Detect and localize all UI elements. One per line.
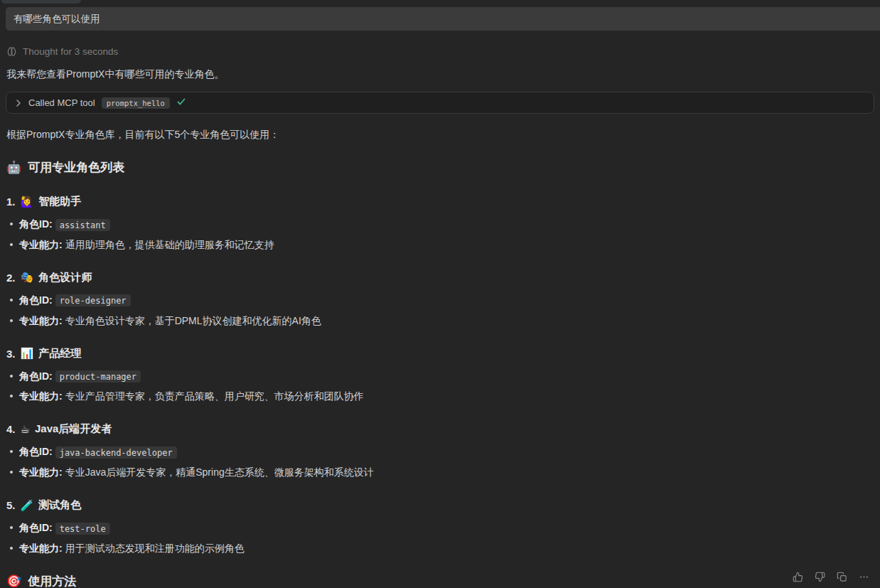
role-id-code: test-role <box>55 523 110 535</box>
role-detail-list: 角色ID:product-manager 专业能力:专业产品管理专家，负责产品策… <box>6 370 874 404</box>
roles-heading: 🤖 可用专业角色列表 <box>6 159 874 176</box>
raising-hand-emoji-icon: 🙋‍♀️ <box>21 196 34 208</box>
masks-emoji-icon: 🎭 <box>21 271 34 284</box>
usage-heading: 🎯 使用方法 <box>6 573 874 588</box>
thumbs-up-icon <box>793 572 803 582</box>
role-id-code: assistant <box>55 219 110 231</box>
checkmark-icon <box>176 97 186 109</box>
more-ellipsis-icon <box>859 572 869 582</box>
role-ability-item: 专业能力:专业产品管理专家，负责产品策略、用户研究、市场分析和团队协作 <box>6 390 874 403</box>
mcp-tool-call-row[interactable]: Called MCP tool promptx_hello <box>6 92 874 114</box>
message-action-bar <box>790 569 871 584</box>
bar-chart-emoji-icon: 📊 <box>21 347 34 360</box>
role-heading-4: 4. ☕ Java后端开发者 <box>6 422 874 436</box>
user-message-text: 有哪些角色可以使用 <box>14 13 100 26</box>
role-heading-3: 3. 📊 产品经理 <box>6 347 874 360</box>
target-emoji-icon: 🎯 <box>6 574 21 588</box>
thumbs-down-icon <box>815 572 825 582</box>
role-ability-item: 专业能力:专业角色设计专家，基于DPML协议创建和优化新的AI角色 <box>6 314 874 328</box>
test-tube-emoji-icon: 🧪 <box>21 499 34 512</box>
role-heading-1: 1. 🙋‍♀️ 智能助手 <box>6 195 874 208</box>
assistant-markdown-body: 根据PromptX专业角色库，目前有以下5个专业角色可以使用： 🤖 可用专业角色… <box>0 129 880 588</box>
role-id-code: role-designer <box>55 294 131 306</box>
user-message-bubble[interactable]: 有哪些角色可以使用 <box>6 7 880 31</box>
role-heading-2: 2. 🎭 角色设计师 <box>6 271 874 284</box>
copy-button[interactable] <box>834 569 849 584</box>
role-detail-list: 角色ID:java-backend-developer 专业能力:专业Java后… <box>6 445 874 479</box>
role-id-item: 角色ID:role-designer <box>6 294 874 307</box>
copy-icon <box>837 572 847 582</box>
mcp-tool-label: Called MCP tool <box>28 97 95 108</box>
thought-label: Thought for 3 seconds <box>23 46 118 57</box>
role-id-code: java-backend-developer <box>55 447 177 459</box>
coffee-emoji-icon: ☕ <box>21 423 30 436</box>
role-heading-5: 5. 🧪 测试角色 <box>6 498 874 512</box>
role-id-item: 角色ID:test-role <box>6 521 874 535</box>
role-id-item: 角色ID:assistant <box>6 218 874 231</box>
thought-duration-toggle[interactable]: Thought for 3 seconds <box>6 46 880 57</box>
role-detail-list: 角色ID:test-role 专业能力:用于测试动态发现和注册功能的示例角色 <box>6 521 874 555</box>
role-id-item: 角色ID:java-backend-developer <box>6 445 874 459</box>
robot-emoji-icon: 🤖 <box>6 160 21 175</box>
role-ability-item: 专业能力:通用助理角色，提供基础的助理服务和记忆支持 <box>6 238 874 252</box>
mcp-tool-name-badge: promptx_hello <box>102 97 170 109</box>
previous-message-edge <box>1 0 81 4</box>
assistant-intro-text: 我来帮您查看PromptX中有哪些可用的专业角色。 <box>6 68 874 81</box>
role-detail-list: 角色ID:assistant 专业能力:通用助理角色，提供基础的助理服务和记忆支… <box>6 218 874 252</box>
more-options-button[interactable] <box>856 569 871 584</box>
brain-icon <box>6 46 17 57</box>
role-ability-item: 专业能力:专业Java后端开发专家，精通Spring生态系统、微服务架构和系统设… <box>6 466 874 479</box>
thumbs-up-button[interactable] <box>790 569 805 584</box>
role-id-code: product-manager <box>55 370 141 383</box>
thumbs-down-button[interactable] <box>812 569 827 584</box>
lead-text: 根据PromptX专业角色库，目前有以下5个专业角色可以使用： <box>6 129 874 141</box>
chevron-right-icon <box>15 97 22 109</box>
role-ability-item: 专业能力:用于测试动态发现和注册功能的示例角色 <box>6 542 874 555</box>
role-detail-list: 角色ID:role-designer 专业能力:专业角色设计专家，基于DPML协… <box>6 294 874 328</box>
role-id-item: 角色ID:product-manager <box>6 370 874 383</box>
